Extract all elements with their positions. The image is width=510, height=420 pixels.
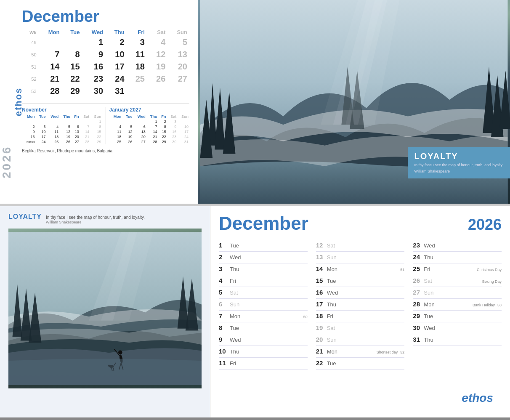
day-7: 7 Mon 50 <box>219 311 308 322</box>
dec-17: 17 <box>105 61 127 73</box>
mn-sat: Sat <box>80 114 90 119</box>
day-16: 16 Wed <box>316 287 405 299</box>
main-calendar: Wk Mon Tue Wed Thu Fri Sat Sun 49 <box>22 28 189 97</box>
mn-thu: Thu <box>59 114 71 119</box>
dec-27: 27 <box>167 73 189 85</box>
bottom-left-panel: LOYALTY In thy face I see the map of hon… <box>0 206 210 417</box>
day-29: 29 Tue <box>413 311 502 322</box>
col-sun: Sun <box>167 28 189 36</box>
day-27: 27 Sun <box>413 287 502 299</box>
dec-28: 28 <box>39 85 62 97</box>
day-10: 10 Thu <box>219 346 308 358</box>
svg-point-13 <box>118 350 122 354</box>
mn-wed: Wed <box>46 114 59 119</box>
dec-1: 1 <box>82 36 106 48</box>
dec-26: 26 <box>147 73 167 85</box>
dec-4: 4 <box>147 36 167 48</box>
dec-7: 7 <box>39 48 62 61</box>
day-5: 5 Sat <box>219 287 308 299</box>
loyalty-title: LOYALTY <box>414 152 503 161</box>
bottom-loyalty-quote: In thy face I see the map of honour, tru… <box>46 215 145 220</box>
mini-nov-title: November <box>22 107 102 113</box>
day-30: 30 Wed <box>413 322 502 334</box>
day-col-2: 12 Sat 13 Sun 14 Mon 51 15 Tue 16 <box>316 240 405 411</box>
dec-20: 20 <box>167 61 189 73</box>
mn-fri: Fri <box>71 114 80 119</box>
dec-16: 16 <box>82 61 106 73</box>
day-26: 26 Sat Boxing Day <box>413 275 502 287</box>
day-11: 11 Fri <box>219 358 308 369</box>
day-14: 14 Mon 51 <box>316 263 405 275</box>
col-wed: Wed <box>82 28 106 36</box>
col-thu: Thu <box>105 28 127 36</box>
dec-19: 19 <box>147 61 167 73</box>
dec-5: 5 <box>167 36 189 48</box>
mj-fri: Fri <box>158 114 167 119</box>
wk-53: 53 <box>22 85 39 97</box>
dec-22: 22 <box>61 73 82 85</box>
dec-30: 30 <box>82 85 106 97</box>
dec-11: 11 <box>127 48 147 61</box>
day-23: 23 Wed <box>413 240 502 252</box>
dec-blank1 <box>39 36 62 48</box>
loyalty-badge: LOYALTY In thy face I see the map of hon… <box>408 147 510 178</box>
days-grid: 1 Tue 2 Wed 3 Thu 4 Fri 5 Sat <box>219 240 502 411</box>
month-title: December <box>22 8 189 26</box>
day-13: 13 Sun <box>316 252 405 263</box>
blank-sat <box>147 85 167 97</box>
main-photo: LOYALTY In thy face I see the map of hon… <box>198 0 510 204</box>
col-fri: Fri <box>127 28 147 36</box>
day-2: 2 Wed <box>219 252 308 263</box>
dec-18: 18 <box>127 61 147 73</box>
mj-thu: Thu <box>146 114 158 119</box>
dec-31: 31 <box>105 85 127 97</box>
dec-21: 21 <box>39 73 62 85</box>
december-title: December <box>219 213 308 234</box>
bottom-loyalty-author: William Shakespeare <box>46 220 145 224</box>
bottom-right-panel: December 2026 1 Tue 2 Wed 3 Thu 4 <box>210 206 510 417</box>
day-1: 1 Tue <box>219 240 308 252</box>
dec-25: 25 <box>127 73 147 85</box>
wk-52: 52 <box>22 73 39 85</box>
mini-january: January 2027 Mon Tue Wed Thu Fri Sat Sun <box>109 107 190 144</box>
mj-mon: Mon <box>109 114 122 119</box>
dec-9: 9 <box>82 48 106 61</box>
dec-13: 13 <box>167 48 189 61</box>
col-tue: Tue <box>61 28 82 36</box>
wk-49: 49 <box>22 36 39 48</box>
year-vertical: 2026 <box>0 146 13 178</box>
wk-header: Wk <box>22 28 39 36</box>
day-25: 25 Fri Christmas Day <box>413 263 502 275</box>
top-right-photo: LOYALTY In thy face I see the map of hon… <box>198 0 510 204</box>
bottom-photo-illustration <box>8 229 202 388</box>
top-half: ethos 2026 December Wk Mon Tue Wed Thu F… <box>0 0 510 206</box>
day-9: 9 Wed <box>219 334 308 346</box>
december-year: 2026 <box>468 216 502 234</box>
dec-10: 10 <box>105 48 127 61</box>
mj-sun: Sun <box>177 114 189 119</box>
dec-14: 14 <box>39 61 62 73</box>
loyalty-quote: In thy face I see the map of honour, tru… <box>414 162 503 168</box>
photo-caption: Beglika Reservoir, Rhodope mountains, Bu… <box>22 149 189 153</box>
day-4: 4 Fri <box>219 275 308 287</box>
day-col-3: 23 Wed 24 Thu 25 Fri Christmas Day 26 Sa… <box>413 240 502 411</box>
day-19: 19 Sat <box>316 322 405 334</box>
mini-november: November Mon Tue Wed Thu Fri Sat Sun <box>22 107 102 144</box>
dec-23: 23 <box>82 73 106 85</box>
day-18: 18 Fri <box>316 311 405 322</box>
mj-tue: Tue <box>122 114 133 119</box>
day-3: 3 Thu <box>219 263 308 275</box>
mj-sat: Sat <box>167 114 178 119</box>
col-mon: Mon <box>39 28 62 36</box>
blank-fri <box>127 85 147 97</box>
wk-51: 51 <box>22 61 39 73</box>
dec-3: 3 <box>127 36 147 48</box>
day-21: 21 Mon Shortest day 52 <box>316 346 405 358</box>
day-col-1: 1 Tue 2 Wed 3 Thu 4 Fri 5 Sat <box>219 240 308 411</box>
dec-12: 12 <box>147 48 167 61</box>
day-31: 31 Thu <box>413 334 502 346</box>
dec-2: 2 <box>105 36 127 48</box>
day-28: 28 Mon Bank Holiday 53 <box>413 299 502 311</box>
day-12: 12 Sat <box>316 240 405 252</box>
day-6: 6 Sun <box>219 299 308 311</box>
